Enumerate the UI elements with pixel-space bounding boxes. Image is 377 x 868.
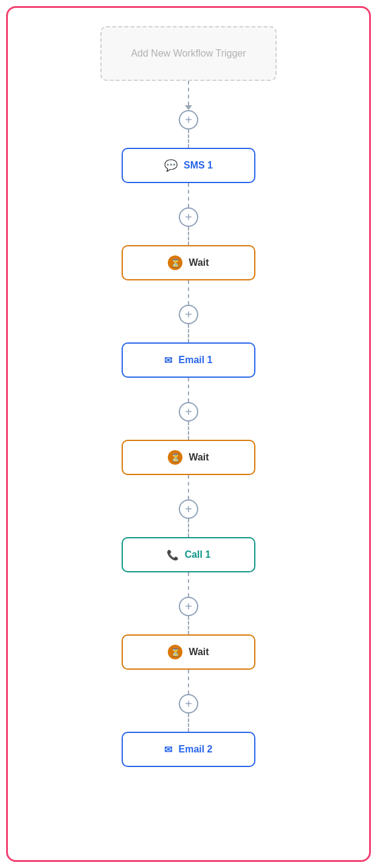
step-wait2-label: Wait xyxy=(188,452,209,463)
arrow-0 xyxy=(185,105,192,110)
wait-icon-3: ⏳ xyxy=(168,645,182,659)
connector-line-13 xyxy=(188,713,189,732)
connector-line-3 xyxy=(188,227,189,245)
add-button-0[interactable]: + xyxy=(179,110,198,130)
step-email2-label: Email 2 xyxy=(178,744,212,755)
connector-line-11 xyxy=(188,616,189,634)
step-sms1[interactable]: 💬 SMS 1 xyxy=(122,148,255,183)
step-email2[interactable]: ✉ Email 2 xyxy=(122,732,255,767)
step-wait1-label: Wait xyxy=(188,257,209,268)
step-call1-label: Call 1 xyxy=(185,549,211,560)
trigger-node[interactable]: Add New Workflow Trigger xyxy=(100,26,277,81)
connector-line-2 xyxy=(188,183,189,207)
add-button-6[interactable]: + xyxy=(179,694,198,713)
connector-line-8 xyxy=(188,475,189,499)
add-button-1[interactable]: + xyxy=(179,207,198,227)
connector-line-5 xyxy=(188,324,189,342)
step-email1-label: Email 1 xyxy=(178,355,212,366)
connector-line-10 xyxy=(188,572,189,597)
add-button-2[interactable]: + xyxy=(179,305,198,324)
add-icon-4: + xyxy=(185,503,192,515)
connector-line-1 xyxy=(188,130,189,148)
add-icon-3: + xyxy=(185,406,192,418)
workflow-flow: Add New Workflow Trigger + 💬 SMS 1 + ⏳ W… xyxy=(20,26,357,767)
step-sms1-label: SMS 1 xyxy=(184,160,213,171)
wait-icon-1: ⏳ xyxy=(168,255,182,270)
step-call1[interactable]: 📞 Call 1 xyxy=(122,537,255,572)
add-button-5[interactable]: + xyxy=(179,597,198,616)
add-icon-2: + xyxy=(185,308,192,321)
add-icon-5: + xyxy=(185,600,192,613)
connector-line-9 xyxy=(188,519,189,537)
connector-line-0 xyxy=(188,81,189,105)
step-wait3-label: Wait xyxy=(188,647,209,658)
add-button-3[interactable]: + xyxy=(179,402,198,422)
email-icon-2: ✉ xyxy=(164,744,172,755)
step-wait2[interactable]: ⏳ Wait xyxy=(122,440,255,475)
step-email1[interactable]: ✉ Email 1 xyxy=(122,342,255,378)
email-icon-1: ✉ xyxy=(164,355,172,366)
trigger-label: Add New Workflow Trigger xyxy=(131,47,246,60)
add-button-4[interactable]: + xyxy=(179,499,198,519)
workflow-canvas: Add New Workflow Trigger + 💬 SMS 1 + ⏳ W… xyxy=(6,6,371,862)
connector-line-4 xyxy=(188,280,189,305)
call-icon-1: 📞 xyxy=(167,549,179,561)
add-icon-0: + xyxy=(185,114,192,126)
add-icon-6: + xyxy=(185,698,192,710)
step-wait1[interactable]: ⏳ Wait xyxy=(122,245,255,280)
connector-line-6 xyxy=(188,378,189,402)
wait-icon-2: ⏳ xyxy=(168,450,182,465)
add-icon-1: + xyxy=(185,211,192,223)
connector-line-7 xyxy=(188,422,189,440)
sms-icon: 💬 xyxy=(164,159,178,172)
step-wait3[interactable]: ⏳ Wait xyxy=(122,634,255,670)
connector-line-12 xyxy=(188,670,189,694)
